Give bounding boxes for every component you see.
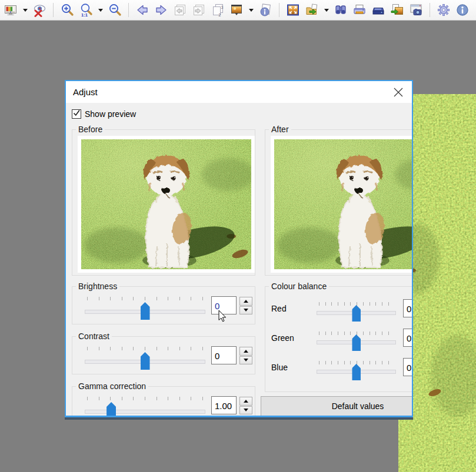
before-group: Before [72,129,255,276]
brightness-spin-up-button[interactable] [239,297,252,306]
contrast-spin-down-button[interactable] [239,356,252,365]
gamma-spinner [239,397,252,414]
brightness-slider[interactable] [85,296,205,323]
green-slider[interactable] [317,329,396,355]
toolbar-separator [53,3,54,17]
gamma-group: Gamma correction [72,386,255,416]
find-button[interactable] [332,2,349,18]
fullscreen-button[interactable] [285,2,301,18]
arrow-right-icon [154,3,168,17]
triangle-up-icon [244,300,248,303]
gamma-value-input[interactable] [211,396,237,414]
scan-button[interactable] [370,2,387,18]
triangle-down-icon [244,409,248,411]
brightness-spinner [239,297,252,314]
previous-image-button[interactable] [134,2,151,18]
fullscreen-icon [286,3,300,17]
page-info-icon [258,3,272,17]
green-slider-thumb[interactable] [352,334,361,351]
slideshow-icon [229,3,244,17]
display-properties-icon [4,3,18,17]
contrast-label: Contrast [76,332,112,341]
triangle-down-icon [244,309,248,312]
gamma-slider[interactable] [85,396,205,416]
print-button[interactable] [351,2,368,18]
chevron-down-icon [23,9,28,12]
after-preview-image [271,136,412,273]
green-value-input[interactable] [403,329,412,347]
green-label: Green [271,333,294,343]
convert-button[interactable] [389,2,405,18]
colour-balance-group: Colour balance Red Green Blue [265,286,412,392]
close-icon [393,91,404,99]
next-image-button[interactable] [153,2,169,18]
triangle-up-icon [244,350,248,353]
slideshow-dropdown[interactable] [247,2,255,18]
dialog-titlebar[interactable]: Adjust [66,81,412,103]
gamma-label: Gamma correction [76,381,148,391]
toolbar-separator [128,3,129,17]
gamma-spin-down-button[interactable] [239,406,252,415]
triangle-up-icon [244,400,248,403]
brightness-label: Brightness [76,282,119,291]
gamma-slider-thumb[interactable] [106,402,116,416]
zoom-out-icon [108,3,122,17]
settings-button[interactable] [435,2,452,18]
screen-capture-button[interactable] [408,2,424,18]
open-export-dropdown[interactable] [322,2,330,18]
zoom-out-button[interactable] [106,2,123,18]
contrast-value-input[interactable] [211,346,237,364]
printer-icon [352,3,367,17]
svg-text:1:1: 1:1 [81,12,88,18]
zoom-actual-size-icon: 1:1 [79,3,93,17]
contrast-slider-thumb[interactable] [141,352,150,370]
brightness-slider-ticks [87,297,203,300]
info-icon [455,3,470,17]
red-value-input[interactable] [403,299,412,317]
chevron-down-icon [98,9,103,12]
chevron-down-icon [324,9,329,12]
brightness-slider-thumb[interactable] [141,302,150,320]
zoom-dropdown[interactable] [96,2,104,18]
contrast-group: Contrast [72,336,255,374]
contrast-spin-up-button[interactable] [239,347,252,356]
scanner-icon [371,3,385,17]
display-properties-dropdown[interactable] [21,2,29,18]
gear-icon [437,3,451,17]
gamma-spin-up-button[interactable] [239,397,252,406]
camera-capture-icon [409,3,423,17]
default-values-button[interactable]: Default values [261,396,412,416]
red-label: Red [271,304,287,313]
slideshow-button[interactable] [228,2,245,18]
image-info-page-button[interactable] [257,2,274,18]
zoom-actual-size-button[interactable]: 1:1 [78,2,94,18]
red-slider-thumb[interactable] [352,305,361,322]
triangle-down-icon [244,359,248,361]
multipage-view-button[interactable]: 32 [209,2,226,18]
toolbar-separator [279,3,279,17]
hide-image-icon [32,3,46,17]
blue-slider[interactable] [317,359,396,384]
application-window: 1:1 [0,0,476,472]
dialog-content: Show preview Before After Brightness [66,103,412,416]
checkmark-icon [72,109,81,119]
open-export-button[interactable] [304,2,320,18]
previous-page-button[interactable] [172,2,188,18]
contrast-slider[interactable] [85,346,205,373]
show-preview-row: Show preview [72,109,136,119]
display-properties-button[interactable] [2,2,19,18]
hide-image-button[interactable] [31,2,48,18]
blue-value-input[interactable] [403,358,412,376]
brightness-spin-down-button[interactable] [239,306,252,315]
zoom-in-button[interactable] [59,2,75,18]
toolbar-separator [430,3,430,17]
convert-icon [390,3,404,17]
show-preview-checkbox[interactable] [72,109,81,119]
red-slider[interactable] [317,300,396,326]
close-button[interactable] [393,87,404,98]
brightness-value-input[interactable] [211,296,237,314]
gamma-slider-track[interactable] [85,410,205,414]
about-button[interactable] [454,2,471,18]
next-page-button[interactable] [191,2,207,18]
blue-slider-thumb[interactable] [352,364,361,380]
